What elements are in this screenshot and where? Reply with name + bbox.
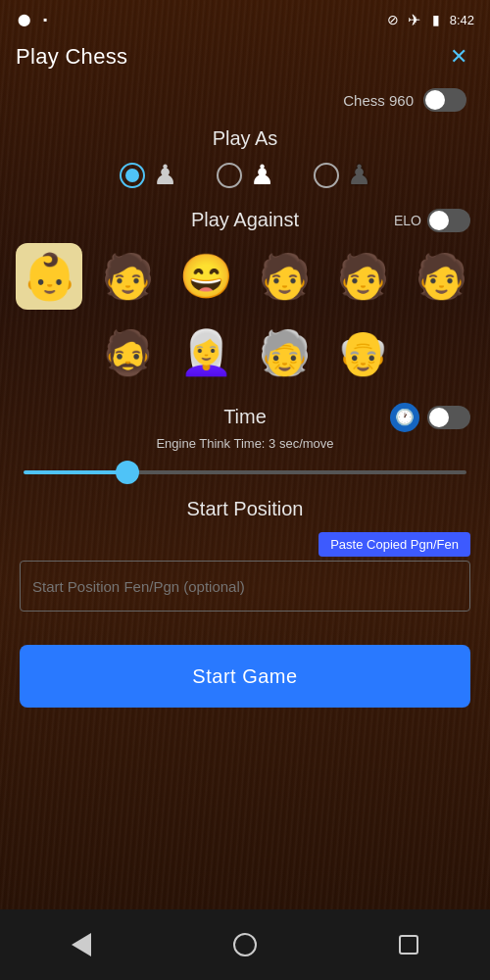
recent-square-icon [399, 935, 418, 955]
opponent-2[interactable]: 🧑 [94, 243, 161, 310]
radio-black[interactable] [314, 163, 339, 188]
opponent-3[interactable]: 😄 [172, 243, 239, 310]
elo-label: ELO [394, 213, 421, 228]
time-slider[interactable] [24, 470, 466, 474]
start-position-section: Start Position Paste Copied Pgn/Fen [20, 498, 470, 612]
nav-recent-button[interactable] [389, 925, 428, 964]
nav-back-button[interactable] [62, 925, 101, 964]
close-button[interactable]: ✕ [443, 41, 474, 73]
opponent-9[interactable]: 🧓 [251, 319, 318, 386]
main-content: Chess 960 Play As ♟ ♟ ♟ Pla [0, 84, 490, 635]
opponent-8[interactable]: 👩‍🦳 [172, 319, 239, 386]
opponent-7[interactable]: 🧔 [94, 319, 161, 386]
square-icon: ▪ [37, 12, 53, 27]
opponent-4[interactable]: 🧑 [251, 243, 318, 310]
play-as-section: Play As ♟ ♟ ♟ [20, 127, 470, 189]
play-as-black[interactable]: ♟ [314, 162, 371, 189]
start-position-title: Start Position [20, 498, 470, 520]
status-bar: ⬤ ▪ ⊘ ✈ ▮ 8:42 [0, 0, 490, 35]
opponents-row-2: 🧔 👩‍🦳 🧓 👴 [94, 319, 396, 386]
opponent-5[interactable]: 🧑 [329, 243, 396, 310]
play-against-section: Play Against ELO 👶 🧑 😄 🧑 🧑 🧑 🧔 👩‍🦳 🧓 👴 [20, 209, 470, 386]
radio-random[interactable] [217, 163, 242, 188]
opponents-row-1: 👶 🧑 😄 🧑 🧑 🧑 [16, 243, 474, 310]
play-as-random[interactable]: ♟ [217, 162, 274, 189]
chess960-label: Chess 960 [343, 92, 414, 109]
clock-icon: 🕐 [390, 403, 419, 432]
play-as-title: Play As [20, 127, 470, 150]
status-right-icons: ⊘ ✈ ▮ 8:42 [385, 12, 474, 27]
start-game-button[interactable]: Start Game [20, 645, 470, 708]
play-against-title: Play Against [191, 209, 299, 231]
opponent-6[interactable]: 🧑 [408, 243, 474, 310]
play-as-white[interactable]: ♟ [120, 162, 177, 189]
slider-container [20, 461, 470, 478]
time-header: Time 🕐 [20, 406, 470, 428]
chess960-toggle[interactable] [423, 88, 466, 112]
nav-bar [0, 909, 490, 980]
opponents-grid: 👶 🧑 😄 🧑 🧑 🧑 🧔 👩‍🦳 🧓 👴 [20, 243, 470, 386]
app-title: Play Chess [16, 44, 127, 70]
nav-home-button[interactable] [225, 925, 265, 964]
opponent-baby[interactable]: 👶 [16, 243, 82, 310]
paste-pgn-button[interactable]: Paste Copied Pgn/Fen [318, 532, 470, 557]
battery-icon: ▮ [428, 12, 444, 27]
start-game-section: Start Game [0, 645, 490, 708]
play-as-options: ♟ ♟ ♟ [20, 162, 470, 189]
white-piece-icon: ♟ [153, 162, 177, 189]
engine-think-text: Engine Think Time: 3 sec/move [20, 436, 470, 451]
time-section: Time 🕐 Engine Think Time: 3 sec/move [20, 406, 470, 478]
time-title: Time [223, 406, 267, 428]
time-toggle[interactable] [427, 406, 470, 429]
fen-input[interactable] [20, 561, 470, 612]
opponent-10[interactable]: 👴 [329, 319, 396, 386]
circle-icon: ⬤ [16, 12, 31, 27]
time-icons: 🕐 [390, 403, 470, 432]
play-against-header: Play Against ELO [20, 209, 470, 231]
airplane-icon: ✈ [407, 12, 422, 27]
black-piece-icon: ♟ [347, 162, 371, 189]
chess960-row: Chess 960 [20, 88, 470, 112]
home-circle-icon [233, 933, 257, 956]
app-header: Play Chess ✕ [0, 35, 490, 84]
clock-time: 8:42 [450, 13, 474, 27]
signal-off-icon: ⊘ [385, 12, 401, 27]
back-arrow-icon [72, 933, 91, 956]
paste-tooltip: Paste Copied Pgn/Fen [20, 532, 470, 557]
radio-white[interactable] [120, 163, 145, 188]
status-left-icons: ⬤ ▪ [16, 12, 53, 27]
random-piece-icon: ♟ [250, 162, 274, 189]
elo-toggle[interactable] [427, 209, 470, 232]
elo-group: ELO [394, 209, 470, 232]
